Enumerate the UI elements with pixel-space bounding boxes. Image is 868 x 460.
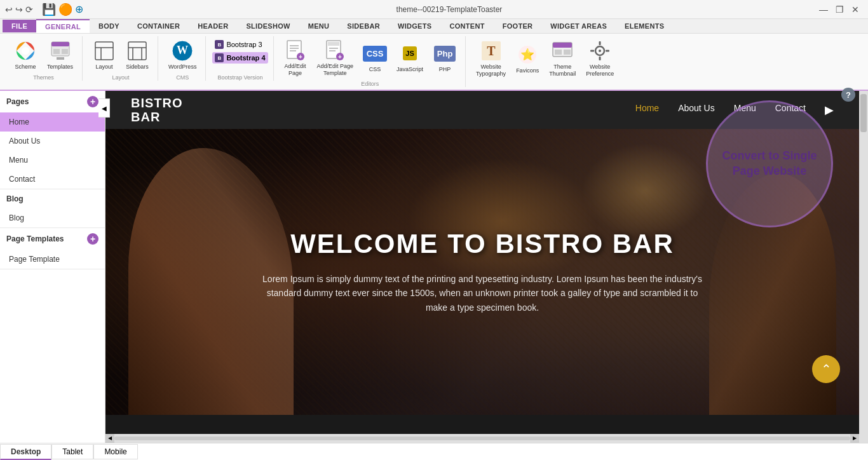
tab-content[interactable]: CONTENT [440,20,493,32]
restore-button[interactable]: ❐ [832,3,848,16]
tab-widget-areas[interactable]: WIDGET AREAS [541,20,616,32]
view-mobile-button[interactable]: Mobile [93,444,137,459]
svg-text:+: + [338,53,342,60]
tab-elements[interactable]: ELEMENTS [616,20,673,32]
tab-widgets[interactable]: WIDGETS [389,20,440,32]
scheme-button[interactable]: Scheme [10,37,41,73]
website-typography-button[interactable]: T WebsiteTypography [472,37,510,80]
svg-rect-40 [599,57,601,60]
favicons-button[interactable]: ⭐ Favicons [512,41,543,77]
titlebar-left-icons: ↩ ↪ ⟳ 💾 🟠 ⊕ [5,3,83,17]
website-preferences-button[interactable]: WebsitePreference [582,37,618,80]
sidebar-item-page-template[interactable]: Page Template [0,250,105,269]
svg-rect-5 [62,49,68,54]
editors-items: + Add/EditPage + Add/Edit PageTemplate C… [280,36,461,79]
cms-items: W WordPress [165,36,200,73]
page-templates-header: Page Templates + [0,228,105,250]
bootstrap-items: B Bootstrap 3 B Bootstrap 4 [212,36,268,73]
php-button[interactable]: Php PHP [430,39,460,76]
wordpress-label: WordPress [168,64,196,71]
tab-file[interactable]: FILE [3,20,36,32]
view-tablet-button[interactable]: Tablet [51,444,93,459]
close-button[interactable]: ✕ [848,3,863,16]
window-title: theme--00219-TemplateToaster [397,5,503,14]
tab-container[interactable]: CONTAINER [128,20,189,32]
group-layout: Layout Sidebars Layout [84,36,158,81]
templates-label: Templates [47,64,73,71]
website-items: T WebsiteTypography ⭐ Favicons ThemeThum… [472,36,618,81]
scroll-up-button[interactable]: ⌃ [812,355,840,383]
page-templates-section: Page Templates + Page Template [0,228,105,269]
add-edit-template-button[interactable]: + Add/Edit PageTemplate [313,36,358,79]
tab-header[interactable]: HEADER [189,20,237,32]
sidebar-item-contact[interactable]: Contact [0,170,105,189]
sidebar-item-blog[interactable]: Blog [0,208,105,227]
theme-thumbnail-button[interactable]: ThemeThumbnail [545,37,580,80]
sidebar-item-menu[interactable]: Menu [0,151,105,170]
vertical-scrollbar[interactable] [859,91,868,443]
hero-title: WELCOME TO BISTRO BAR [290,229,674,259]
tab-sidebar[interactable]: SIDEBAR [338,20,389,32]
svg-rect-4 [53,49,60,54]
bootstrap3-button[interactable]: B Bootstrap 3 [212,39,268,50]
tab-footer[interactable]: FOOTER [494,20,542,32]
horizontal-scrollbar[interactable]: ◀ ▶ [105,434,859,443]
view-desktop-button[interactable]: Desktop [0,444,51,460]
scheme-label: Scheme [15,64,36,71]
panel-collapse-button[interactable]: ◀ [98,98,110,118]
javascript-button[interactable]: JS JavaScript [393,39,427,76]
toolbar: FILE GENERAL BODY CONTAINER HEADER SLIDE… [0,19,868,91]
hero-text: Lorem Ipsum is simply dummy text of the … [260,272,705,315]
refresh-icon[interactable]: ⟳ [25,4,33,15]
website-preferences-label: WebsitePreference [586,64,614,78]
svg-text:W: W [177,44,188,57]
add-edit-template-icon: + [323,39,346,62]
nav-home[interactable]: Home [635,103,659,117]
favicons-label: Favicons [516,67,539,74]
nav-about-us[interactable]: About Us [678,103,715,117]
site-logo: BISTRO BAR [131,96,183,124]
nav-contact[interactable]: Contact [775,103,806,117]
scroll-right-arrow[interactable]: ▶ [850,434,859,443]
wordpress-icon: W [171,39,194,62]
css-icon: CSS [363,42,386,65]
add-edit-page-button[interactable]: + Add/EditPage [280,36,311,79]
nav-overflow-icon: ▶ [825,103,834,117]
pages-section: Pages + Home About Us Menu Contact [0,91,105,189]
redo-icon[interactable]: ↪ [15,4,23,15]
undo-icon[interactable]: ↩ [5,4,13,15]
svg-rect-41 [590,50,594,52]
bootstrap4-button[interactable]: B Bootstrap 4 [212,52,268,64]
add-page-template-button[interactable]: + [87,233,98,245]
themes-group-label: Themes [33,73,54,81]
blog-section: Blog Blog [0,189,105,228]
tab-body[interactable]: BODY [90,20,128,32]
sidebar-item-home[interactable]: Home [0,112,105,132]
bootstrap4-label: Bootstrap 4 [226,54,265,62]
nav-menu-link[interactable]: Menu [734,103,756,117]
website-preview: BISTRO BAR Home About Us Menu Contact ▶ [105,91,859,434]
help-button[interactable]: ? [841,88,855,102]
css-label: CSS [369,66,381,73]
left-panel: Pages + Home About Us Menu Contact Blog … [0,91,105,443]
templates-button[interactable]: Templates [43,37,77,73]
sidebars-label: Sidebars [126,64,149,71]
layout-button[interactable]: Layout [89,37,119,73]
minimize-button[interactable]: — [815,3,832,16]
css-button[interactable]: CSS CSS [360,39,390,76]
javascript-label: JavaScript [397,66,423,73]
add-page-button[interactable]: + [87,96,98,107]
wordpress-button[interactable]: W WordPress [165,37,200,73]
hero-light1 [407,158,597,285]
title-bar: ↩ ↪ ⟳ 💾 🟠 ⊕ theme--00219-TemplateToaster… [0,0,868,19]
sidebars-button[interactable]: Sidebars [122,37,153,73]
cms-group-label: CMS [176,73,189,81]
blog-header: Blog [0,189,105,208]
toolbar-tabs: FILE GENERAL BODY CONTAINER HEADER SLIDE… [0,19,868,34]
tab-slideshow[interactable]: SLIDESHOW [237,20,299,32]
tab-menu[interactable]: MENU [299,20,339,32]
tab-general[interactable]: GENERAL [36,19,90,33]
svg-rect-35 [555,50,562,55]
scroll-left-arrow[interactable]: ◀ [105,434,114,443]
sidebar-item-about-us[interactable]: About Us [0,132,105,151]
